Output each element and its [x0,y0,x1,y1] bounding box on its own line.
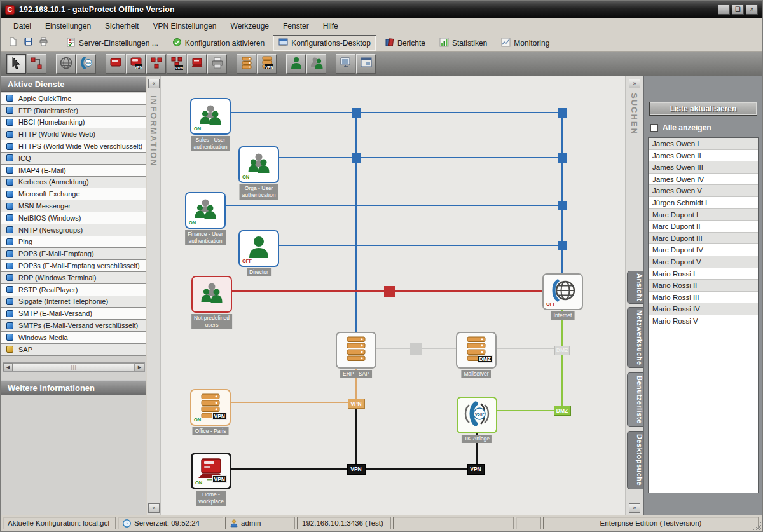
service-item[interactable]: Kerberos (Anmeldung) [1,177,146,189]
user-list-item[interactable]: Mario Rossi III [649,292,758,304]
firewall-object-tool[interactable] [106,54,125,74]
menu-werkzeuge[interactable]: Werkzeuge [224,19,276,33]
toolbar-button-server-einstellungen-[interactable]: Server-Einstellungen ... [60,35,164,51]
service-item[interactable]: SMTP (E-Mail-Versand) [1,308,146,320]
user-list-item[interactable]: Mario Rossi II [649,280,758,292]
window-object-tool[interactable] [356,54,376,74]
service-item[interactable]: Sipgate (Internet Telephonie) [1,296,146,308]
computer-object-tool[interactable] [187,54,207,74]
connection-handle[interactable] [558,241,567,250]
usergroup-object-tool[interactable] [306,54,326,74]
service-item[interactable]: NetBIOS (Windows) [1,212,146,224]
toolbar-button-berichte[interactable]: Berichte [379,35,431,51]
service-item[interactable]: IMAP4 (E-Mail) [1,165,146,177]
user-list-item[interactable]: Mario Rossi IV [649,303,758,315]
node-box[interactable]: VoIP [457,397,497,433]
user-list-item[interactable]: Marc Dupont III [649,233,758,245]
user-list-item[interactable]: Marc Dupont I [649,209,758,221]
service-item[interactable]: Apple QuickTime [1,93,146,105]
toolbar-button-statistiken[interactable]: Statistiken [434,35,493,51]
service-item[interactable]: SMTPs (E-Mail-Versand verschlüsselt) [1,320,146,332]
menu-hilfe[interactable]: Hilfe [316,19,345,33]
menu-datei[interactable]: Datei [6,19,38,33]
user-list-item[interactable]: Mario Rossi V [649,315,758,327]
collapse-right-top-button[interactable]: » [629,79,640,88]
service-item[interactable]: POP3s (E-Mail-Empfang verschlüsselt) [1,260,146,272]
collapse-right-bottom-button[interactable]: » [629,503,640,513]
connection-handle[interactable] [410,343,422,355]
configuration-desktop-canvas[interactable]: ONSales - User authenticationONOrga - Us… [161,76,625,515]
connect-tool[interactable] [27,54,46,74]
node-box[interactable]: ON [190,98,231,135]
connection-handle[interactable] [558,201,567,210]
printer-object-tool[interactable] [207,54,227,74]
user-list-item[interactable]: James Owen I [649,138,758,150]
toolbar-button-konfigurations-desktop[interactable]: Konfigurations-Desktop [273,35,376,51]
service-item[interactable]: FTP (Dateitransfer) [1,105,146,117]
user-object-tool[interactable] [286,54,306,74]
tab-benutzerliste[interactable]: Benutzerliste [627,372,643,427]
server-vpn-object-tool[interactable]: VPN [257,54,277,74]
menu-sicherheit[interactable]: Sicherheit [98,19,146,33]
bridge-vpn-object-tool[interactable]: VPN [167,54,186,74]
user-list-item[interactable]: Mario Rossi I [649,268,758,280]
menu-einstellungen[interactable]: Einstellungen [38,19,98,33]
user-list-item[interactable]: Jürgen Schmidt I [649,197,758,209]
connection-handle[interactable] [558,108,567,118]
user-list-item[interactable]: James Owen V [649,185,758,197]
user-list-item[interactable]: Marc Dupont II [649,221,758,233]
toolbar-button-monitoring[interactable]: Monitoring [495,35,555,51]
new-file-icon[interactable] [6,36,20,50]
resize-grip[interactable] [753,522,761,530]
tab-desktopsuche[interactable]: Desktopsuche [627,431,643,489]
node-box[interactable]: OFF [542,273,583,310]
node-box[interactable]: OFF [238,230,279,267]
voip-object-tool[interactable]: VoIP [76,54,96,74]
firewall-vpn-object-tool[interactable]: VPN [126,54,146,74]
user-list-item[interactable]: James Owen III [649,161,758,174]
node-box[interactable]: DMZ [456,332,497,369]
search-tab[interactable]: SUCHEN [629,93,639,135]
node-box[interactable] [336,332,376,369]
server-object-tool[interactable] [237,54,256,74]
node-box[interactable] [191,276,232,313]
node-box[interactable]: VPNON [190,389,231,426]
tab-netzwerksuche[interactable]: Netzwerksuche [627,307,643,368]
service-item[interactable]: Ping [1,236,146,249]
connection-handle[interactable] [352,153,361,163]
tab-ansicht[interactable]: Ansicht [627,271,643,304]
service-item[interactable]: Microsoft Exchange [1,188,146,200]
bridge-object-tool[interactable] [146,54,166,74]
collapse-left-top-button[interactable]: « [148,79,160,88]
collapse-left-bottom-button[interactable]: « [148,503,160,513]
user-list-item[interactable]: James Owen IV [649,174,758,186]
user-list-item[interactable]: James Owen II [649,150,758,162]
node-box[interactable]: ON [185,192,226,229]
internet-object-tool[interactable] [56,54,76,74]
toolbar-button-konfiguration-aktivieren[interactable]: Konfiguration aktivieren [167,35,270,51]
scroll-left-icon[interactable]: ◀ [3,363,13,371]
print-icon[interactable] [36,36,50,50]
show-all-checkbox[interactable] [650,124,658,132]
minimize-button[interactable]: – [718,4,730,15]
scroll-right-icon[interactable]: ▶ [135,363,144,371]
service-item[interactable]: SAP [1,344,146,356]
save-icon[interactable] [21,36,35,50]
service-item[interactable]: RDP (Windows Terminal) [1,272,146,284]
service-item[interactable]: HTTPS (World Wide Web verschlüsselt) [1,140,146,153]
menu-fenster[interactable]: Fenster [276,19,316,33]
user-list-item[interactable]: Marc Dupont IV [649,244,758,256]
close-button[interactable]: × [746,4,758,15]
connection-handle[interactable] [352,108,361,118]
node-box[interactable]: VPNON [191,453,231,489]
service-item[interactable]: Windows Media [1,332,146,344]
service-item[interactable]: HTTP (World Wide Web) [1,128,146,140]
connection-handle[interactable] [558,153,567,163]
title-bar[interactable]: C 192.168.10.1 - gateProtect Offline Ver… [1,1,762,18]
services-scrollbar[interactable]: ◀ ||| ▶ [3,362,145,372]
connection-handle[interactable] [384,286,395,297]
terminal-object-tool[interactable] [336,54,355,74]
scrollbar-thumb[interactable]: ||| [13,363,135,371]
menu-vpn-einstellungen[interactable]: VPN Einstellungen [146,19,223,33]
service-item[interactable]: NNTP (Newsgroups) [1,224,146,236]
